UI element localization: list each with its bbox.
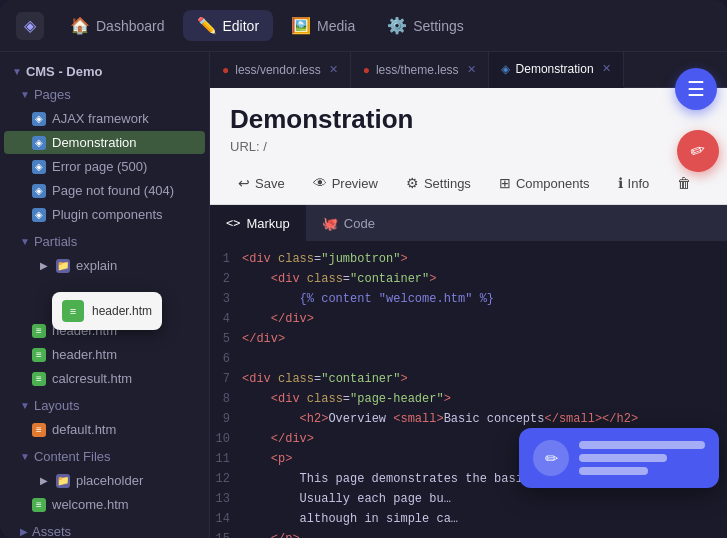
url-value: / [263,139,267,154]
partial-icon: ≡ [32,372,46,386]
dashboard-icon: 🏠 [70,16,90,35]
settings-icon: ⚙️ [387,16,407,35]
sidebar-item-welcome[interactable]: ≡ welcome.htm [4,493,205,516]
sidebar-item-placeholder[interactable]: ▶ 📁 placeholder [4,469,205,492]
trash-icon: 🗑 [677,175,691,191]
sidebar-root-label: CMS - Demo [26,64,103,79]
sidebar-content-header[interactable]: ▼ Content Files [0,445,209,468]
layout-icon: ≡ [32,423,46,437]
layouts-label: Layouts [34,398,80,413]
line-content: </div> [242,429,314,449]
sidebar-root[interactable]: ▼ CMS - Demo [0,60,209,83]
sidebar-item-calcresult[interactable]: ≡ calcresult.htm [4,367,205,390]
tooltip-label: header.htm [92,304,152,318]
delete-button[interactable]: 🗑 [665,170,703,196]
line-content: </p> [242,529,300,538]
nav-logo: ◈ [16,12,44,40]
sidebar-item-label: header.htm [52,347,117,362]
settings-button[interactable]: ⚙ Settings [394,170,483,196]
sidebar-item-ajax[interactable]: ◈ AJAX framework [4,107,205,130]
save-button[interactable]: ↩ Save [226,170,297,196]
gear-icon: ⚙ [406,175,419,191]
chevron-down-icon: ▼ [20,236,30,247]
sidebar-item-default[interactable]: ≡ default.htm [4,418,205,441]
nav-settings-label: Settings [413,18,464,34]
sidebar-item-explain[interactable]: ▶ 📁 explain [4,254,205,277]
edit-card-icon: ✏ [533,440,569,476]
tab-label: less/vendor.less [235,63,320,77]
preview-icon: 👁 [313,175,327,191]
sidebar-item-label: calcresult.htm [52,371,132,386]
preview-button[interactable]: 👁 Preview [301,170,390,196]
line-number: 2 [210,269,242,289]
close-icon[interactable]: ✕ [602,62,611,75]
nav-dashboard-label: Dashboard [96,18,165,34]
close-icon[interactable]: ✕ [329,63,338,76]
logo-icon: ◈ [24,16,36,35]
line-number: 12 [210,469,242,489]
line-number: 7 [210,369,242,389]
chevron-down-icon: ▼ [20,451,30,462]
chevron-down-icon: ▼ [20,400,30,411]
nav-media[interactable]: 🖼️ Media [277,10,369,41]
top-navigation: ◈ 🏠 Dashboard ✏️ Editor 🖼️ Media ⚙️ Sett… [0,0,727,52]
code-line: 15 </p> [210,529,727,538]
nav-media-label: Media [317,18,355,34]
chevron-down-icon: ▼ [20,89,30,100]
markup-icon: <> [226,216,240,230]
sidebar-item-label: welcome.htm [52,497,129,512]
partial-icon: ≡ [32,348,46,362]
line-number: 13 [210,489,242,509]
code-line: 6 [210,349,727,369]
tab-code-label: Code [344,216,375,231]
nav-settings[interactable]: ⚙️ Settings [373,10,478,41]
sidebar-item-notfound[interactable]: ◈ Page not found (404) [4,179,205,202]
sidebar-item-demonstration[interactable]: ◈ Demonstration [4,131,205,154]
sidebar-item-label: placeholder [76,473,143,488]
sidebar-assets-header[interactable]: ▶ Assets [0,520,209,538]
sidebar-item-label: Demonstration [52,135,137,150]
page-icon: ◈ [32,136,46,150]
editor-toolbar: ↩ Save 👁 Preview ⚙ Settings ⊞ Components… [210,162,727,205]
code-editor[interactable]: 1 <div class="jumbotron"> 2 <div class="… [210,241,727,538]
sidebar-pages-header[interactable]: ▼ Pages [0,83,209,106]
tooltip-card: ≡ header.htm [52,292,162,330]
tab-markup[interactable]: <> Markup [210,205,306,241]
code-line: 4 </div> [210,309,727,329]
sidebar-item-plugin[interactable]: ◈ Plugin components [4,203,205,226]
settings-label: Settings [424,176,471,191]
url-label: URL: [230,139,260,154]
sidebar-partials-header[interactable]: ▼ Partials [0,230,209,253]
edit-line-1 [579,441,705,449]
tab-vendor-less[interactable]: ● less/vendor.less ✕ [210,52,351,88]
tab-demonstration[interactable]: ◈ Demonstration ✕ [489,52,624,88]
sidebar-layouts-header[interactable]: ▼ Layouts [0,394,209,417]
code-line: 14 although in simple ca… [210,509,727,529]
line-content: </div> [242,329,285,349]
code-line: 1 <div class="jumbotron"> [210,249,727,269]
code-line: 2 <div class="container"> [210,269,727,289]
tooltip-file-icon: ≡ [62,300,84,322]
sidebar-item-header2[interactable]: ≡ header.htm [4,343,205,366]
media-icon: 🖼️ [291,16,311,35]
partials-label: Partials [34,234,77,249]
nav-editor[interactable]: ✏️ Editor [183,10,274,41]
chat-button[interactable]: ☰ [675,68,717,110]
sidebar-item-error[interactable]: ◈ Error page (500) [4,155,205,178]
tab-code[interactable]: 🐙 Code [306,205,391,241]
editor-icon: ✏️ [197,16,217,35]
pages-label: Pages [34,87,71,102]
tab-theme-less[interactable]: ● less/theme.less ✕ [351,52,489,88]
components-button[interactable]: ⊞ Components [487,170,602,196]
line-number: 11 [210,449,242,469]
info-button[interactable]: ℹ Info [606,170,662,196]
save-label: Save [255,176,285,191]
line-content: <div class="container"> [242,369,408,389]
components-label: Components [516,176,590,191]
line-content: </div> [242,309,314,329]
code-line: 8 <div class="page-header"> [210,389,727,409]
sidebar-item-label: Page not found (404) [52,183,174,198]
nav-dashboard[interactable]: 🏠 Dashboard [56,10,179,41]
close-icon[interactable]: ✕ [467,63,476,76]
line-number: 9 [210,409,242,429]
